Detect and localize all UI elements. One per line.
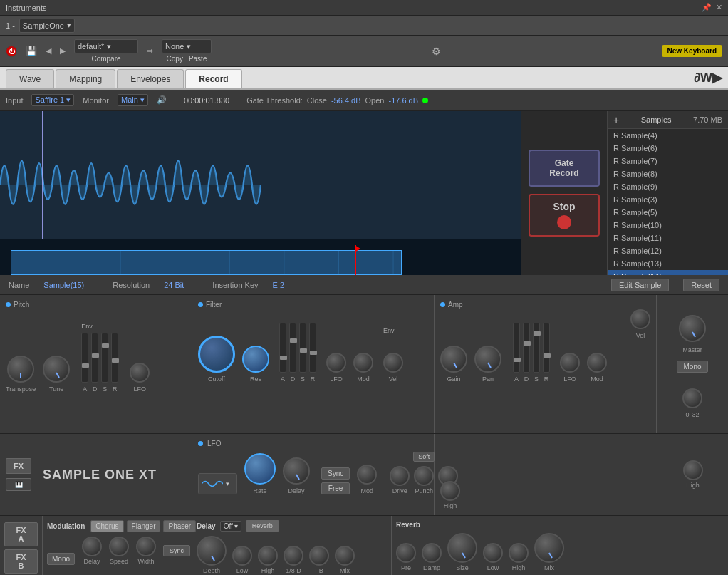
pitch-a-slider[interactable] [81,333,88,383]
sample-item[interactable]: R Sample(3) [608,193,728,206]
delay-fb-knob[interactable] [309,546,329,566]
pitch-r-slider[interactable] [111,333,118,383]
sample-item[interactable]: R Sample(9) [608,180,728,193]
edit-sample-button[interactable]: Edit Sample [611,279,669,291]
filter-lfo-knob[interactable] [326,353,346,373]
reverb-low-knob[interactable] [483,543,503,563]
sample-item[interactable]: R Sample(10) [608,219,728,232]
monitor-dropdown[interactable]: Main ▾ [118,94,148,106]
amp-mod-knob[interactable] [587,353,607,373]
fx-b-button[interactable]: FX B [4,549,38,574]
master-small-knob[interactable] [682,388,702,408]
amp-s-slider[interactable] [533,323,540,373]
reset-button[interactable]: Reset [683,279,719,291]
copy-label[interactable]: Copy [167,55,183,63]
soft-button[interactable]: Soft [413,452,435,462]
filter-s-slider[interactable] [299,323,306,373]
filter-a-slider[interactable] [279,323,286,373]
amp-r-slider[interactable] [543,323,550,373]
reverb-size-knob[interactable] [447,533,477,563]
tab-wave[interactable]: Wave [6,69,54,88]
gear-icon[interactable]: ⚙ [432,46,441,57]
pitch-s-slider[interactable] [101,333,108,383]
add-sample-icon[interactable]: + [613,114,619,125]
sample-item[interactable]: R Sample(6) [608,142,728,155]
preset-dropdown[interactable]: default* ▾ [74,39,138,53]
sync-button[interactable]: Sync [321,467,350,480]
tab-record[interactable]: Record [185,69,241,88]
reverb-pre-knob[interactable] [396,543,416,563]
lfo-mod-knob[interactable] [357,465,377,485]
sample-item[interactable]: R Sample(4) [608,129,728,142]
gain-knob[interactable] [440,346,467,373]
tune-knob[interactable] [43,356,70,383]
pan-knob[interactable] [474,346,501,373]
tab-mapping[interactable]: Mapping [56,69,115,88]
mod-mono-button[interactable]: Mono [47,553,75,565]
lfo-rate-knob[interactable] [244,453,276,485]
none-dropdown[interactable]: None ▾ [162,39,212,53]
delay-low-knob[interactable] [232,546,252,566]
chorus-tab[interactable]: Chorus [90,520,123,532]
arrow-right-icon[interactable]: ▶ [60,46,66,56]
power-button[interactable]: ⏻ [6,46,17,57]
amp-lfo-knob[interactable] [560,353,580,373]
new-keyboard-button[interactable]: New Keyboard [662,45,722,57]
res-knob[interactable] [242,346,269,373]
reverb-mix-knob[interactable] [534,533,564,563]
mod-width-knob[interactable] [136,537,156,556]
amp-a-slider[interactable] [513,323,520,373]
speaker-icon[interactable]: 🔊 [157,95,167,105]
arrow-left-icon[interactable]: ◀ [46,46,51,56]
amp-high-knob[interactable] [440,481,460,501]
mono-button[interactable]: Mono [677,361,707,373]
amp-vel-knob[interactable] [630,309,650,329]
pitch-lfo-knob[interactable] [130,363,150,383]
piano-icon[interactable]: 🎹 [6,478,31,491]
sample-item[interactable]: R Sample(7) [608,155,728,167]
mod-delay-knob[interactable] [82,537,102,556]
transpose-knob[interactable] [7,356,34,383]
pitch-d-slider[interactable] [91,333,98,383]
delay-eighth-knob[interactable] [284,546,303,566]
sample-item[interactable]: R Sample(11) [608,232,728,244]
filter-mod-knob[interactable] [353,353,373,373]
sample-item[interactable]: R Sample(8) [608,167,728,180]
sample-item[interactable]: R Sample(5) [608,206,728,219]
reverb-high-knob[interactable] [509,543,529,563]
filter-d-slider[interactable] [289,323,296,373]
pin-icon[interactable]: 📌 [702,3,712,12]
minimap[interactable] [0,239,521,275]
sample-item-selected[interactable]: R Sample(14) [608,270,728,275]
reverb-button[interactable]: Reverb [246,520,279,532]
sample-item[interactable]: R Sample(13) [608,257,728,270]
delay-depth-knob[interactable] [197,536,227,566]
compare-label[interactable]: Compare [91,55,120,63]
cutoff-knob[interactable] [198,336,235,373]
instrument-dropdown[interactable]: SampleOne ▾ [19,19,75,33]
close-icon[interactable]: ✕ [716,3,722,12]
lfo-delay-knob[interactable] [283,457,310,485]
tab-envelopes[interactable]: Envelopes [117,69,184,88]
floppy-icon[interactable]: 💾 [26,46,37,56]
stop-button[interactable]: Stop [529,194,600,237]
free-button[interactable]: Free [321,482,350,494]
master-high-knob[interactable] [683,460,703,480]
master-knob[interactable] [679,315,706,342]
drive-knob[interactable] [390,466,410,486]
flanger-tab[interactable]: Flanger [127,520,161,532]
gate-record-button[interactable]: Gate Record [529,150,600,187]
fx-button[interactable]: FX [6,458,31,474]
mod-speed-knob[interactable] [109,537,129,556]
waveform-main[interactable] [0,111,521,275]
sync-mod-button[interactable]: Sync [163,545,190,556]
paste-label[interactable]: Paste [189,55,207,63]
punch-knob[interactable] [414,466,434,486]
amp-d-slider[interactable] [523,323,530,373]
lfo-wave-dropdown[interactable]: ▾ [198,473,237,494]
delay-off-dropdown[interactable]: Off ▾ [220,521,241,532]
reverb-damp-knob[interactable] [422,543,442,563]
filter-r-slider[interactable] [309,323,316,373]
phaser-tab[interactable]: Phaser [163,520,196,532]
copy-arrow-icon[interactable]: ⇒ [147,46,153,56]
